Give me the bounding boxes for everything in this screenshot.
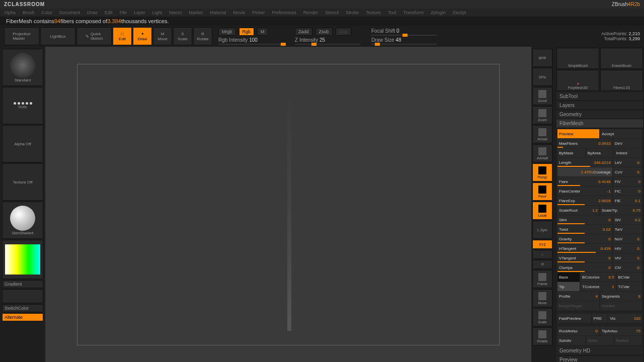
m-toggle[interactable]: M: [257, 28, 268, 36]
fm-slim[interactable]: Slim 0: [557, 215, 612, 224]
scroll-button[interactable]: Scroll: [532, 87, 552, 105]
rotate-nav-button[interactable]: Rotate: [532, 327, 552, 345]
fm-flarecenter[interactable]: FlareCenter -1: [557, 187, 612, 196]
menu-zscript[interactable]: Zscript: [453, 10, 466, 15]
fm-profile[interactable]: Profile 4: [557, 292, 599, 301]
bpr-button[interactable]: BPR: [532, 49, 552, 67]
fm-fle[interactable]: FlE 0.1: [613, 196, 642, 205]
local-button[interactable]: Local: [532, 202, 552, 220]
fm-twist[interactable]: Twist 0.02: [557, 225, 612, 234]
fm-flare[interactable]: Flare 0.4146: [557, 177, 612, 186]
menu-file[interactable]: File: [120, 10, 127, 15]
spix-button[interactable]: SPix: [532, 68, 552, 86]
tool-eraserbrush[interactable]: EraserBrush: [600, 48, 643, 69]
menu-edit[interactable]: Edit: [105, 10, 113, 15]
fm-segments[interactable]: Segments 8: [600, 292, 642, 301]
fm-length[interactable]: Length 346.0214: [557, 158, 612, 167]
section-geometry[interactable]: Geometry: [556, 110, 643, 119]
fm-vis[interactable]: Vis 100: [608, 314, 642, 323]
alternate-button[interactable]: Alternate: [2, 313, 43, 321]
color-swatches[interactable]: [2, 289, 43, 303]
move-button[interactable]: MMove: [153, 27, 172, 45]
section-geohd[interactable]: Geometry HD: [556, 346, 643, 355]
scale-nav-button[interactable]: Scale: [532, 308, 552, 326]
switchcolor-button[interactable]: SwitchColor: [2, 304, 43, 312]
menu-texture[interactable]: Texture: [366, 10, 381, 15]
menu-draw[interactable]: Draw: [87, 10, 98, 15]
zadd-toggle[interactable]: Zadd: [295, 28, 312, 36]
fm-vtv[interactable]: VtV 0.: [613, 253, 642, 262]
frame-button[interactable]: Frame: [532, 270, 552, 288]
fm-accept-button[interactable]: Accept: [600, 129, 642, 138]
floor-button[interactable]: Floor: [532, 183, 552, 201]
fm-maxfibers[interactable]: MaxFibers 0.0933: [557, 139, 612, 148]
rotate-icon-button[interactable]: ⟲: [532, 260, 552, 269]
lightbox-button[interactable]: LightBox: [40, 27, 75, 45]
section-preview[interactable]: Preview: [556, 355, 643, 362]
fm-scaleroot[interactable]: ScaleRoot 1.2: [557, 206, 599, 215]
tool-simplebrush[interactable]: SimpleBrush: [556, 48, 599, 69]
brush-selector[interactable]: Standard: [2, 49, 43, 86]
menu-document[interactable]: Document: [59, 10, 80, 15]
fm-imbed[interactable]: Imbed: [614, 148, 642, 157]
fm-slv[interactable]: SlV 0.2: [613, 215, 642, 224]
section-subtool[interactable]: SubTool: [556, 92, 643, 101]
fm-tipaniso[interactable]: TipAniso 75: [600, 326, 642, 335]
menu-render[interactable]: Render: [303, 10, 318, 15]
quicksketch-button[interactable]: ✎Quick Sketch: [76, 27, 112, 45]
fm-flc[interactable]: FlC 0: [613, 187, 642, 196]
edit-button[interactable]: □Edit: [113, 27, 132, 45]
circle-button[interactable]: ○: [532, 250, 552, 259]
alpha-selector[interactable]: Alpha Off: [2, 125, 43, 162]
fm-bcolorize[interactable]: BColorize 0.5: [581, 273, 615, 282]
menu-material[interactable]: Material: [210, 10, 226, 15]
fm-base[interactable]: Base: [557, 273, 580, 282]
fm-twv[interactable]: TwV: [613, 225, 642, 234]
gradient-button[interactable]: Gradient: [2, 280, 43, 288]
fm-vtangent[interactable]: VTangent 0: [557, 253, 612, 262]
menu-transform[interactable]: Transform: [403, 10, 424, 15]
menu-preferences[interactable]: Preferences: [272, 10, 296, 15]
fm-preview-button[interactable]: Preview: [557, 129, 599, 138]
projection-master-button[interactable]: Projection Master: [4, 27, 39, 45]
scale-button[interactable]: SScale: [173, 27, 192, 45]
fm-tip[interactable]: Tip: [557, 282, 580, 291]
menu-zplugin[interactable]: Zplugin: [431, 10, 446, 15]
fm-htv[interactable]: HtV 0.: [613, 244, 642, 253]
menu-marker[interactable]: Marker: [189, 10, 203, 15]
menu-movie[interactable]: Movie: [233, 10, 245, 15]
fm-tcolorize[interactable]: TColorize 1: [581, 282, 615, 291]
color-picker[interactable]: [2, 240, 43, 279]
fm-flv[interactable]: FlV 0: [613, 177, 642, 186]
fm-clumps[interactable]: Clumps 0: [557, 263, 612, 272]
material-selector[interactable]: SkinShade4: [2, 202, 43, 239]
move-nav-button[interactable]: Move: [532, 289, 552, 307]
fm-htangent[interactable]: HTangent 0.439: [557, 244, 612, 253]
tool-polymesh3d[interactable]: ✦PolyMesh3D: [556, 70, 599, 91]
menu-macro[interactable]: Macro: [169, 10, 182, 15]
tool-fibers[interactable]: Fibers1.03: [600, 70, 643, 91]
menu-layer[interactable]: Layer: [134, 10, 145, 15]
menu-light[interactable]: Light: [152, 10, 163, 15]
menu-color[interactable]: Color: [42, 10, 53, 15]
zsub-toggle[interactable]: Zsub: [315, 28, 333, 36]
fm-gravity[interactable]: Gravity 0: [557, 234, 612, 243]
fm-rootaniso[interactable]: RootAniso 0: [557, 326, 599, 335]
zcut-toggle[interactable]: Zcut: [336, 28, 352, 36]
mrgb-toggle[interactable]: Mrgb: [218, 28, 236, 36]
fm-fastpreview[interactable]: FastPreview: [557, 314, 591, 323]
fm-flareexp[interactable]: FlareExp 2.6628: [557, 196, 612, 205]
rotate-button[interactable]: RRotate: [193, 27, 212, 45]
z-intensity-slider[interactable]: Z Intensity 25: [295, 37, 360, 45]
fm-byarea[interactable]: ByArea: [586, 148, 614, 157]
menu-brush[interactable]: Brush: [23, 10, 35, 15]
draw-button[interactable]: ✦Draw: [133, 27, 152, 45]
actual-button[interactable]: Actual: [532, 125, 552, 143]
xyz-button[interactable]: XYZ: [532, 240, 552, 249]
rgb-intensity-slider[interactable]: Rgb Intensity 100: [218, 37, 284, 45]
fm-subdiv[interactable]: Subdiv: [557, 336, 585, 345]
menu-alpha[interactable]: Alpha: [4, 10, 16, 15]
fm-pre[interactable]: PRE: [592, 314, 607, 323]
fm-clv[interactable]: ClV 0.: [613, 263, 642, 272]
persp-button[interactable]: Persp: [532, 163, 552, 182]
